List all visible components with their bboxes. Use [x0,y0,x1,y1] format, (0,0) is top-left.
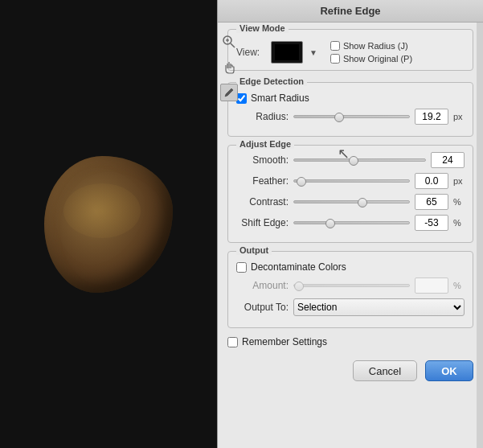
show-original-checkbox[interactable] [330,54,340,64]
feather-slider-container [293,175,410,187]
view-thumbnail[interactable] [271,41,303,64]
edge-detection-label: Edge Detection [236,76,307,86]
show-original-row[interactable]: Show Original (P) [330,54,412,64]
contrast-slider-container [293,196,410,208]
radius-slider-container [293,111,410,122]
radius-label: Radius: [236,111,289,122]
rock-image [44,156,173,293]
view-mode-section: View Mode View: ▼ Show Radius (J) Show O… [227,29,473,71]
smooth-slider-container [293,154,426,166]
adjust-edge-section: Adjust Edge Smooth: Feather: px C [227,145,473,243]
contrast-value-input[interactable] [415,194,448,210]
feather-value-input[interactable] [415,173,448,189]
svg-line-1 [231,43,235,47]
cancel-button[interactable]: Cancel [353,360,417,381]
smooth-label: Smooth: [236,154,289,166]
ok-button[interactable]: OK [425,360,473,381]
output-label: Output [236,245,272,255]
view-thumb-inner [275,44,299,60]
amount-value-input [415,277,448,294]
shift-edge-row: Shift Edge: % [236,215,465,231]
remember-settings-label: Remember Settings [242,336,327,347]
output-section: Output Decontaminate Colors Amount: % Ou… [227,251,473,328]
smooth-row: Smooth: [236,152,465,168]
shift-edge-slider[interactable] [293,221,410,224]
show-radius-row[interactable]: Show Radius (J) [330,41,412,51]
contrast-slider[interactable] [293,200,410,203]
contrast-unit: % [453,197,465,207]
remember-settings-checkbox[interactable] [227,337,238,347]
brush-tool[interactable] [220,84,238,101]
radius-row: Radius: px [236,109,465,125]
show-original-label: Show Original (P) [343,54,412,64]
view-mode-label: View Mode [236,23,289,33]
shift-edge-slider-container [293,217,410,228]
adjust-edge-label: Adjust Edge [236,139,294,149]
radius-slider[interactable] [293,115,410,118]
amount-unit: % [453,281,465,290]
view-checkboxes: Show Radius (J) Show Original (P) [330,41,412,64]
smooth-value-input[interactable] [431,152,465,168]
toolbar-left [217,32,241,101]
feather-slider[interactable] [293,179,410,183]
shift-edge-unit: % [453,218,465,228]
amount-row: Amount: % [236,277,465,294]
edge-detection-section: Edge Detection Smart Radius Radius: px [227,82,473,137]
view-mode-row: View: ▼ Show Radius (J) Show Original (P… [236,41,465,64]
feather-unit: px [453,176,465,186]
contrast-label: Contrast: [236,196,289,208]
smart-radius-row: Smart Radius [236,92,465,104]
amount-label: Amount: [236,280,289,291]
output-to-row: Output To: Selection Layer Mask New Laye… [236,298,465,316]
feather-label: Feather: [236,175,289,187]
refine-edge-dialog: Refine Edge View Mode View: ▼ Show Radiu… [217,0,483,448]
scrollbar[interactable] [477,23,483,448]
smart-radius-text: Smart Radius [251,92,309,104]
show-radius-label: Show Radius (J) [343,41,408,51]
dialog-titlebar: Refine Edge [218,0,483,23]
buttons-row: Cancel OK [227,356,473,381]
output-to-label: Output To: [236,302,289,313]
radius-value-input[interactable] [415,109,448,125]
decontaminate-checkbox[interactable] [236,262,247,273]
remember-settings-row: Remember Settings [227,336,473,347]
canvas-area [0,0,217,448]
shift-edge-label: Shift Edge: [236,217,289,228]
show-radius-checkbox[interactable] [330,41,340,51]
dialog-body: View Mode View: ▼ Show Radius (J) Show O… [218,23,483,448]
shift-edge-value-input[interactable] [415,215,448,231]
amount-slider-container [293,280,410,291]
view-dropdown-arrow[interactable]: ▼ [309,48,317,57]
smooth-slider[interactable] [293,158,426,162]
decontaminate-label: Decontaminate Colors [251,261,346,273]
hand-tool[interactable] [219,58,239,77]
decontaminate-row: Decontaminate Colors [236,261,465,273]
radius-unit: px [453,112,465,121]
contrast-row: Contrast: % [236,194,465,210]
dialog-title: Refine Edge [320,5,380,17]
zoom-tool[interactable] [219,32,239,51]
amount-slider [293,284,410,287]
output-to-dropdown[interactable]: Selection Layer Mask New Layer New Layer… [293,298,465,316]
feather-row: Feather: px [236,173,465,189]
